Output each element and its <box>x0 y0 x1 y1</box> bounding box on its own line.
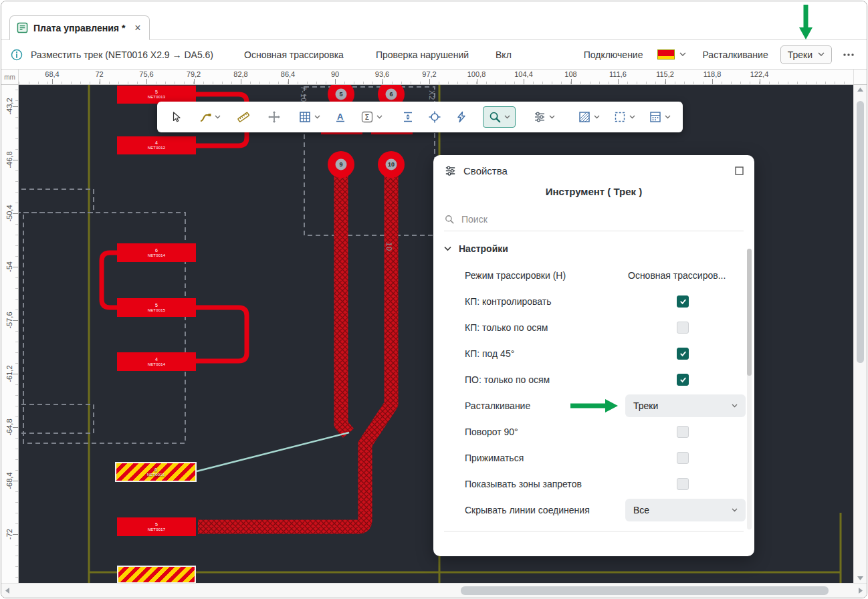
pad-number: 4 <box>155 357 158 362</box>
connection-color-control[interactable] <box>657 49 686 59</box>
scroll-up-icon[interactable] <box>854 88 867 92</box>
violations-check-value[interactable]: Вкл <box>496 49 512 60</box>
dropdown-select[interactable]: Все <box>625 499 746 521</box>
vertical-scrollbar[interactable] <box>853 85 867 583</box>
tool-button-distribute-vertical[interactable] <box>396 106 420 128</box>
ruler-tick <box>13 160 18 160</box>
tool-button-route-zigzag[interactable] <box>449 106 473 128</box>
violations-check-label: Проверка нарушений <box>376 49 469 60</box>
checkbox-unchecked[interactable] <box>677 322 689 334</box>
checkbox-unchecked[interactable] <box>677 426 689 438</box>
search-placeholder: Поиск <box>461 214 487 225</box>
ruler-tick <box>429 79 430 84</box>
checkbox-unchecked[interactable] <box>677 478 689 490</box>
pad-net-label: NET0014 <box>148 362 166 367</box>
ruler-label: 79,2 <box>187 70 201 78</box>
pad-net-label: NET0013 <box>148 95 166 100</box>
property-control: Все <box>625 499 746 521</box>
pcb-pad[interactable]: 6NET0014 <box>117 243 196 262</box>
ruler-tick <box>524 79 524 84</box>
horizontal-scrollbar[interactable] <box>1 583 867 598</box>
chevron-down-icon[interactable] <box>314 115 320 119</box>
pad-net-label: NET0015 <box>148 308 166 313</box>
ruler-label: 122,4 <box>750 70 769 78</box>
svg-text:Σ: Σ <box>364 113 369 122</box>
chevron-down-icon[interactable] <box>215 115 221 119</box>
chevron-down-icon[interactable] <box>665 115 671 119</box>
scroll-down-icon[interactable] <box>854 576 867 580</box>
tool-button-pointer[interactable] <box>164 106 188 128</box>
dropdown-select[interactable]: Треки <box>625 394 746 417</box>
chevron-down-icon[interactable] <box>629 115 635 119</box>
overflow-menu-button[interactable] <box>840 50 857 59</box>
property-row: КП: под 45° <box>433 340 754 366</box>
property-row: Поворот 90° <box>433 418 754 445</box>
pad-number: 5 <box>155 90 158 95</box>
pcb-pad[interactable]: 6NET0016 <box>115 462 197 482</box>
checkbox-checked[interactable] <box>677 374 689 386</box>
connection-color-swatch[interactable] <box>657 49 675 59</box>
tool-button-center-target[interactable] <box>423 106 447 128</box>
route-trace-icon <box>199 110 212 124</box>
sliders-icon <box>444 164 457 177</box>
tool-button-route-trace[interactable] <box>193 106 226 128</box>
center-target-icon <box>428 110 441 124</box>
ruler-tick <box>712 79 713 84</box>
hatched-trace[interactable] <box>198 164 391 527</box>
tool-button-filter-sliders[interactable] <box>528 106 560 128</box>
pad-number: 6 <box>154 467 157 473</box>
scroll-thumb[interactable] <box>461 586 828 595</box>
checkbox-checked[interactable] <box>677 348 689 360</box>
main-toolbar: Разместить трек (NET0016 X2.9 → DA5.6) О… <box>1 40 867 70</box>
chevron-down-icon[interactable] <box>594 115 600 119</box>
scroll-thumb[interactable] <box>857 101 864 363</box>
tool-button-measure[interactable] <box>231 106 255 128</box>
pcb-pad[interactable]: 5NET0017 <box>117 517 196 536</box>
ruler-label: -72 <box>5 529 13 540</box>
tool-button-move[interactable] <box>262 106 286 128</box>
tool-button-sigma[interactable]: Σ <box>355 106 388 128</box>
panel-scrollbar[interactable] <box>747 249 752 529</box>
tool-button-hatch-region[interactable] <box>572 106 605 128</box>
settings-section-header[interactable]: Настройки <box>433 237 754 262</box>
ruler-label: 118,8 <box>703 70 722 78</box>
ruler-row: mm 68,47275,679,282,886,49093,697,2100,8… <box>1 70 867 85</box>
pointer-icon <box>169 110 183 124</box>
pcb-pad[interactable]: 5NET0013 <box>117 86 196 104</box>
property-control <box>625 426 746 438</box>
scroll-right-icon[interactable] <box>853 584 867 598</box>
chevron-down-icon[interactable] <box>504 115 510 119</box>
search-input[interactable]: Поиск <box>444 207 744 231</box>
board-canvas[interactable]: 56910 X2 10 7-10 AΣ Свойства Инструмент <box>19 85 853 583</box>
hatch-region-icon <box>578 110 591 124</box>
scroll-track[interactable] <box>19 584 853 598</box>
scroll-thumb[interactable] <box>747 249 752 376</box>
chevron-down-icon[interactable] <box>679 52 686 57</box>
tool-button-zoom[interactable] <box>483 106 516 128</box>
pcb-pad[interactable]: 4NET0014 <box>117 352 196 371</box>
pcb-pad[interactable] <box>117 566 196 583</box>
tab-board[interactable]: Плата управления * × <box>9 15 150 40</box>
ruler-label: 108 <box>564 70 576 78</box>
checkbox-unchecked[interactable] <box>677 452 689 464</box>
tool-button-selection-region[interactable] <box>608 106 641 128</box>
property-row: КП: только по осям <box>433 314 754 340</box>
settings-section-label: Настройки <box>459 243 508 254</box>
checkbox-checked[interactable] <box>677 295 689 308</box>
dock-window-icon[interactable] <box>735 166 744 175</box>
tool-button-text[interactable]: A <box>328 106 352 128</box>
scroll-left-icon[interactable] <box>1 584 19 598</box>
ruler-tick <box>13 320 18 321</box>
pcb-document-icon <box>17 22 28 33</box>
tracks-dropdown-button[interactable]: Треки <box>780 45 832 64</box>
ruler-label: -57,6 <box>5 312 13 328</box>
pcb-pad[interactable]: 5NET0015 <box>117 298 196 317</box>
close-tab-icon[interactable]: × <box>134 22 140 34</box>
ruler-tick <box>13 374 18 374</box>
tool-button-grid-table[interactable] <box>293 106 326 128</box>
pcb-pad[interactable]: 4NET0012 <box>117 136 196 154</box>
chevron-down-icon[interactable] <box>376 115 383 119</box>
ruler-label: -50,4 <box>5 205 13 221</box>
tool-button-grid-region[interactable] <box>643 106 676 128</box>
chevron-down-icon[interactable] <box>549 115 555 119</box>
